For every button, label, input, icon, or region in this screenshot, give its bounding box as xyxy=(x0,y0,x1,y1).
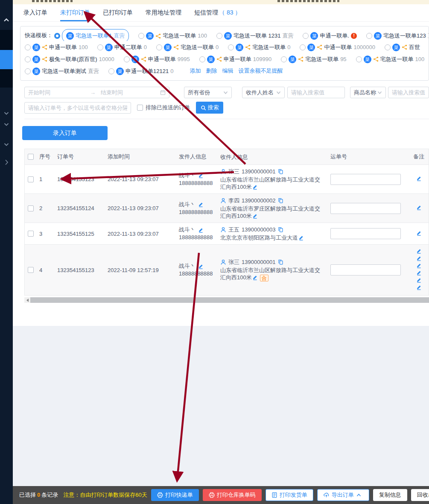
edit-pencil-icon[interactable] xyxy=(198,227,204,233)
radio-icon[interactable] xyxy=(385,44,391,50)
note-edit[interactable] xyxy=(416,263,422,270)
copy-icon[interactable] xyxy=(278,227,283,232)
radio-icon[interactable] xyxy=(156,44,162,50)
edit-pencil-icon[interactable] xyxy=(198,202,204,207)
express-template-option[interactable]: 菜宅急送一联单0 xyxy=(156,41,220,53)
row-checkbox[interactable] xyxy=(28,176,34,182)
date-range-picker[interactable]: 开始时间 → 结束时间 xyxy=(24,87,169,98)
tab-1[interactable]: 录入订单 xyxy=(23,4,47,21)
note-edit[interactable] xyxy=(416,284,422,292)
radio-icon[interactable] xyxy=(25,44,31,50)
horizontal-scrollbar[interactable] xyxy=(24,297,429,303)
radio-icon[interactable] xyxy=(356,56,362,62)
copy-icon[interactable] xyxy=(278,259,283,265)
tab-4[interactable]: 常用地址管理 xyxy=(146,4,181,21)
radio-icon[interactable] xyxy=(124,56,130,62)
chevron-down-icon[interactable] xyxy=(0,120,13,128)
edit-pencil-icon[interactable] xyxy=(252,184,258,190)
radio-icon[interactable] xyxy=(25,56,31,62)
product-name-select[interactable]: 商品名称 xyxy=(350,87,386,98)
note-edit[interactable] xyxy=(416,176,422,183)
tab-2[interactable]: 未打印订单 xyxy=(60,4,90,21)
radio-icon[interactable] xyxy=(199,56,205,62)
edit-pencil-icon[interactable] xyxy=(416,284,422,290)
express-template-option[interactable]: 菜中通一联单1000000 xyxy=(300,41,377,53)
radio-icon[interactable] xyxy=(228,44,234,50)
footer-button[interactable]: 导出订单 xyxy=(317,489,369,501)
radio-icon[interactable] xyxy=(108,68,114,74)
search-value-input[interactable] xyxy=(287,87,345,98)
note-edit[interactable] xyxy=(416,230,422,237)
note-edit[interactable] xyxy=(416,248,422,255)
note-edit[interactable] xyxy=(416,205,422,212)
express-template-option[interactable]: 菜申通一联单121210 xyxy=(108,65,175,77)
chevron-up-icon[interactable] xyxy=(0,16,13,24)
express-template-option[interactable]: 菜申通一联单100 xyxy=(25,41,90,53)
express-template-option[interactable]: 菜宅急送一联单 1231直营 xyxy=(216,30,295,41)
chevron-right-icon[interactable] xyxy=(0,159,13,167)
edit-pencil-icon[interactable] xyxy=(416,230,422,236)
radio-icon[interactable] xyxy=(216,33,222,39)
express-template-option[interactable]: 菜申通一联单9995 xyxy=(124,53,192,65)
express-template-option[interactable]: 菜宅急送一联单100 xyxy=(356,53,426,65)
express-template-option[interactable]: 菜极兔一联单(原百世)10000 xyxy=(25,53,116,65)
search-button[interactable]: 搜索 xyxy=(196,102,223,114)
search-field-select[interactable]: 收件人姓名 xyxy=(242,87,285,98)
row-checkbox[interactable] xyxy=(28,205,34,211)
add-order-button[interactable]: 录入订单 xyxy=(22,126,108,140)
radio-icon[interactable] xyxy=(300,44,306,50)
tab-3[interactable]: 已打印订单 xyxy=(103,4,133,21)
order-numbers-input[interactable] xyxy=(24,102,131,114)
search-value-input-2[interactable] xyxy=(388,87,429,98)
end-date-placeholder[interactable]: 结束时间 xyxy=(98,89,160,97)
edit-pencil-icon[interactable] xyxy=(416,263,422,268)
edit-pencil-icon[interactable] xyxy=(252,213,258,219)
row-checkbox[interactable] xyxy=(28,231,34,237)
copy-icon[interactable] xyxy=(278,169,283,174)
express-template-option[interactable]: 菜申通一联单109990 xyxy=(199,53,273,65)
exclude-pushed-checkbox[interactable] xyxy=(137,105,143,111)
template-link[interactable]: 添加 xyxy=(190,67,201,74)
footer-button[interactable]: 复制信息 xyxy=(373,489,407,501)
scroll-left-button[interactable] xyxy=(24,297,30,303)
copy-icon[interactable] xyxy=(278,198,283,203)
edit-pencil-icon[interactable] xyxy=(416,205,422,210)
template-link[interactable]: 删除 xyxy=(206,67,217,74)
start-date-placeholder[interactable]: 开始时间 xyxy=(28,89,88,97)
waybill-input[interactable] xyxy=(330,228,401,239)
edit-pencil-icon[interactable] xyxy=(416,248,422,254)
radio-icon[interactable] xyxy=(25,68,31,74)
express-template-option[interactable]: 菜宅急送一联单测试直营 xyxy=(25,65,101,77)
radio-icon[interactable] xyxy=(366,33,372,39)
express-template-option[interactable]: 菜宅急送一联单100 xyxy=(138,30,209,41)
chevron-down-icon[interactable] xyxy=(0,109,13,117)
express-template-option[interactable]: 菜申通一联单.! xyxy=(303,30,359,41)
express-template-option[interactable]: 菜宅急送一联单95 xyxy=(281,53,348,65)
footer-button[interactable]: 打印发货单 xyxy=(266,489,313,501)
express-template-option[interactable]: 菜宅急送一联单1直营 xyxy=(54,29,131,41)
edit-pencil-icon[interactable] xyxy=(416,255,422,261)
edit-pencil-icon[interactable] xyxy=(298,235,304,240)
select-all-checkbox[interactable] xyxy=(28,154,34,160)
radio-icon[interactable] xyxy=(281,56,287,62)
edit-pencil-icon[interactable] xyxy=(416,270,422,275)
radio-icon[interactable] xyxy=(138,33,144,39)
footer-button[interactable]: 打印快递单 xyxy=(151,489,199,501)
edit-pencil-icon[interactable] xyxy=(416,176,422,181)
scrollbar-thumb[interactable] xyxy=(30,297,429,303)
template-link[interactable]: 编辑 xyxy=(222,67,233,74)
edit-pencil-icon[interactable] xyxy=(198,173,204,178)
edit-pencil-icon[interactable] xyxy=(198,264,204,269)
footer-button[interactable]: 回收单号 xyxy=(411,489,429,501)
sidebar-menu-block[interactable] xyxy=(0,30,13,50)
row-checkbox[interactable] xyxy=(28,267,34,273)
express-template-option[interactable]: 菜百世 xyxy=(385,41,422,53)
tab-5[interactable]: 短信管理（ 83 ） xyxy=(194,4,241,21)
express-template-option[interactable]: 菜申通二联单0 xyxy=(97,41,149,53)
waybill-input[interactable] xyxy=(330,203,401,214)
note-edit[interactable] xyxy=(416,255,422,263)
note-edit[interactable] xyxy=(416,270,422,277)
note-edit[interactable] xyxy=(416,277,422,284)
edit-pencil-icon[interactable] xyxy=(252,275,258,280)
radio-icon[interactable] xyxy=(303,33,309,39)
